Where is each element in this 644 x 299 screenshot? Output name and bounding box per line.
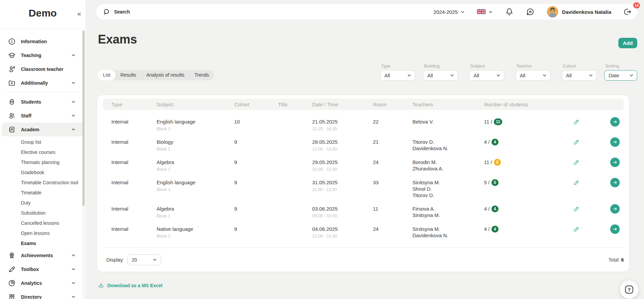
tab-list[interactable]: List — [98, 70, 115, 80]
sidebar-item-additionally[interactable]: Additionally — [0, 76, 85, 90]
sidebar-subitem-elective-courses[interactable]: Elective courses — [0, 147, 85, 157]
sidebar-header: Demo « — [0, 0, 85, 29]
tab-analysis-of-results[interactable]: Analysis of results — [141, 70, 189, 80]
exam-date: 04.06.2025 — [312, 226, 373, 232]
students-badge: 0 — [494, 159, 501, 166]
open-exam-button[interactable] — [610, 158, 620, 167]
open-exam-button[interactable] — [610, 224, 620, 234]
total-count: Total: 6 — [609, 257, 624, 263]
bell-icon — [505, 7, 514, 16]
sidebar-item-label: Toolbox — [21, 267, 39, 272]
edit-button[interactable] — [573, 118, 580, 125]
search-input[interactable] — [114, 9, 256, 15]
cell-cohort: 9 — [234, 139, 278, 145]
sidebar-item-students[interactable]: Students — [0, 95, 85, 109]
cell-number-of-students: 5 /5 — [484, 179, 565, 186]
sidebar-item-classroom-teacher[interactable]: Classroom teacher — [0, 62, 85, 76]
logout-button[interactable] — [623, 8, 632, 16]
pencils-icon — [8, 265, 16, 273]
cell-cohort: 9 — [234, 226, 278, 232]
sidebar-subitem-exams[interactable]: Exams — [0, 238, 85, 248]
download-excel-link[interactable]: Download as a MS Excel — [98, 282, 162, 289]
sidebar-scrollbar[interactable] — [82, 30, 85, 299]
sidebar-subitem-gradebook[interactable]: Gradebook — [0, 167, 85, 178]
open-exam-button[interactable] — [610, 117, 620, 127]
page-size-select[interactable]: 20 — [127, 254, 161, 265]
filter-select-cohort[interactable]: All — [562, 70, 597, 81]
filter-type: TypeAll — [380, 63, 415, 81]
filter-select-teacher[interactable]: All — [515, 70, 551, 81]
sidebar-item-directory[interactable]: Directory — [0, 290, 85, 299]
tab-results[interactable]: Results — [115, 70, 141, 80]
edit-button[interactable] — [573, 159, 580, 166]
sidebar-collapse-button[interactable]: « — [77, 10, 81, 17]
sidebar-item-label: Directory — [21, 294, 42, 299]
chevron-down-icon — [407, 73, 411, 78]
sidebar-item-information[interactable]: Information — [0, 34, 85, 48]
column-header-number-of-students: Number of students — [484, 102, 565, 107]
students-badge: 5 — [491, 179, 499, 186]
filter-label: Cohort — [562, 63, 597, 69]
help-button[interactable]: ? — [620, 280, 638, 299]
sidebar-subitem-timetable[interactable]: Timetable — [0, 188, 85, 198]
open-exam-button[interactable] — [610, 204, 620, 214]
sidebar-nav: InformationTeachingClassroom teacherAddi… — [0, 29, 85, 299]
sidebar-subitem-duty[interactable]: Duty — [0, 198, 85, 208]
edit-button[interactable] — [573, 206, 580, 212]
school-year-select[interactable]: 2024-2025 — [433, 9, 465, 15]
exam-time: 10:00 - 13:30 — [312, 167, 373, 172]
filter-subject: SubjectAll — [469, 63, 504, 81]
pie-chart-icon — [8, 279, 16, 287]
open-exam-button[interactable] — [610, 178, 620, 187]
open-exam-button[interactable] — [610, 137, 620, 147]
exam-type: Internal — [111, 118, 157, 125]
sidebar-subitem-substitution[interactable]: Substitution — [0, 208, 85, 218]
exam-subject: English language — [157, 179, 234, 186]
messages-button[interactable] — [526, 7, 535, 16]
sidebar-scrollbar-thumb[interactable] — [82, 30, 85, 206]
user-menu[interactable]: Davidenkova Natalia — [547, 6, 611, 18]
students-count-line: 11 /0 — [484, 159, 565, 165]
sidebar-subitem-thematic-planning[interactable]: Thematic planning — [0, 157, 85, 167]
sidebar-item-staff[interactable]: Staff — [0, 109, 85, 123]
language-select[interactable] — [477, 9, 493, 15]
sidebar-item-teaching[interactable]: Teaching — [0, 48, 85, 62]
filter-select-sorting[interactable]: Date — [604, 70, 637, 81]
edit-button[interactable] — [573, 179, 580, 186]
sidebar-subitem-timetable-construction-tool[interactable]: Timetable Construction tool — [0, 178, 85, 188]
sidebar-subitem-cancelled-lessons[interactable]: Cancelled lessons — [0, 218, 85, 228]
edit-button[interactable] — [573, 226, 580, 233]
people-icon — [8, 112, 16, 120]
sidebar-subitem-open-lessons[interactable]: Open lessons — [0, 228, 85, 238]
sidebar-item-analytics[interactable]: Analytics — [0, 276, 85, 290]
chevron-down-icon — [153, 257, 157, 262]
sidebar-item-achievements[interactable]: Achievements — [0, 248, 85, 262]
sidebar-submenu: Group listElective coursesThematic plann… — [0, 136, 85, 248]
exam-type: Internal — [111, 179, 157, 186]
cell-open — [587, 139, 629, 147]
sidebar-subitem-group-list[interactable]: Group list — [0, 137, 85, 147]
add-button[interactable]: Add — [618, 38, 637, 48]
edit-button[interactable] — [573, 139, 580, 145]
teacher-name: Titorov D. — [412, 192, 484, 198]
sidebar-item-label: Teaching — [21, 53, 41, 58]
cell-subject: English languageBlock 1 — [157, 179, 234, 192]
filter-select-type[interactable]: All — [380, 70, 415, 81]
filter-select-building[interactable]: All — [423, 70, 458, 81]
filter-select-subject[interactable]: All — [469, 70, 504, 81]
exam-time: 12:00 - 13:30 — [312, 234, 373, 239]
sidebar-item-toolbox[interactable]: Toolbox — [0, 262, 85, 276]
teacher-name: Davidenkova N. — [412, 145, 484, 152]
sidebar-item-academ[interactable]: Academ — [2, 123, 84, 136]
cell-type: Internal — [111, 206, 157, 212]
filter-value: All — [520, 73, 526, 78]
exam-cohort: 9 — [234, 179, 278, 186]
cell-cohort: 10 — [234, 118, 278, 125]
chevron-down-icon — [629, 73, 634, 78]
cell-open — [587, 179, 629, 187]
notifications-button[interactable]: 14 — [505, 7, 514, 16]
cell-type: Internal — [111, 139, 157, 145]
folder-plus-icon — [8, 79, 16, 87]
tab-trends[interactable]: Trends — [189, 70, 214, 80]
exam-subject: Native language — [157, 226, 234, 232]
